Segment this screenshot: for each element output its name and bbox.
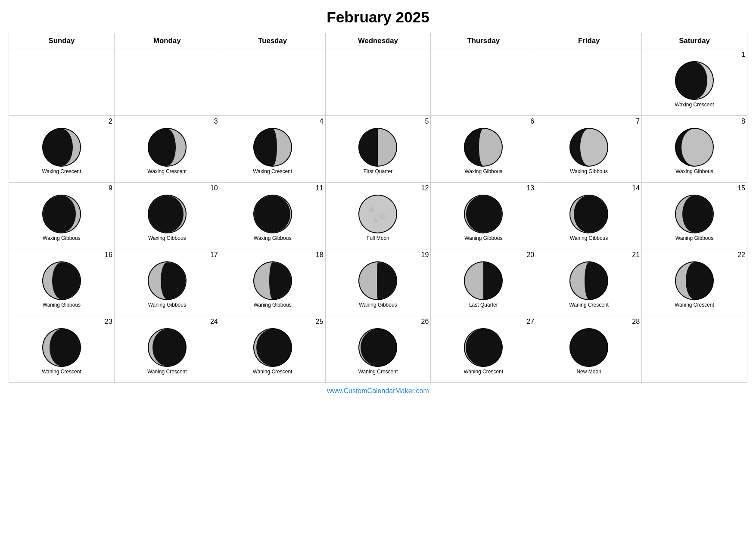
day-number: 1: [644, 51, 745, 59]
moon-phase-label: Waning Crescent: [42, 369, 81, 375]
moon-image: [253, 195, 292, 233]
calendar-cell: [9, 49, 115, 116]
day-number: 23: [11, 318, 112, 326]
calendar-cell: 16Waning Gibbous: [9, 249, 115, 316]
moon-phase-container: Waxing Crescent: [116, 127, 218, 190]
moon-image: [569, 195, 608, 233]
moon-image: [569, 261, 608, 300]
calendar-cell: 23Waning Crescent: [9, 316, 115, 383]
moon-phase-label: Waxing Crescent: [147, 168, 187, 174]
moon-phase-container: Waxing Gibbous: [116, 194, 218, 257]
moon-phase-container: Waning Gibbous: [644, 194, 745, 257]
calendar-cell: 14Waning Gibbous: [536, 183, 642, 249]
day-number: 8: [644, 118, 745, 125]
moon-phase-label: Waxing Gibbous: [43, 235, 81, 241]
moon-phase-label: Waxing Crescent: [675, 102, 714, 108]
moon-image: [464, 328, 503, 367]
moon-phase-label: Waning Crescent: [147, 369, 187, 375]
calendar-cell: 20Last Quarter: [431, 249, 536, 316]
moon-phase-label: Waning Crescent: [675, 302, 714, 308]
page-title: February 2025: [9, 9, 747, 26]
moon-phase-label: Waning Gibbous: [464, 235, 502, 241]
calendar-cell: 1Waxing Crescent: [642, 49, 747, 116]
calendar-cell: 11Waxing Gibbous: [220, 183, 325, 249]
moon-image: [148, 128, 187, 167]
moon-phase-container: Waning Crescent: [116, 327, 218, 390]
svg-point-16: [369, 207, 374, 212]
day-number: 20: [432, 251, 534, 259]
day-number: 13: [432, 184, 534, 192]
moon-image: [675, 61, 714, 100]
day-number: 22: [644, 251, 745, 259]
moon-phase-label: Last Quarter: [469, 302, 498, 308]
moon-phase-label: Waning Gibbous: [148, 302, 186, 308]
moon-phase-container: Waning Crescent: [538, 261, 640, 323]
moon-phase-container: Waxing Crescent: [644, 60, 745, 123]
moon-phase-container: Waning Crescent: [327, 327, 429, 390]
weekday-header: Thursday: [431, 33, 536, 49]
moon-phase-label: New Moon: [576, 369, 601, 375]
moon-phase-container: Waxing Crescent: [222, 127, 324, 190]
moon-phase-container: Waxing Gibbous: [222, 194, 324, 257]
calendar-cell: 26Waning Crescent: [325, 316, 431, 383]
moon-phase-label: Waxing Crescent: [42, 168, 81, 174]
calendar-cell: 9Waxing Gibbous: [9, 183, 115, 249]
moon-phase-label: Waning Gibbous: [43, 302, 81, 308]
day-number: 12: [327, 184, 429, 192]
moon-phase-label: Waxing Gibbous: [464, 168, 502, 174]
calendar-cell: 5First Quarter: [325, 116, 431, 183]
moon-image: [358, 328, 397, 367]
moon-phase-container: Waning Gibbous: [538, 194, 640, 257]
moon-phase-container: Waxing Gibbous: [644, 127, 745, 190]
weekday-header: Monday: [114, 33, 220, 49]
calendar-cell: 27Waning Crescent: [431, 316, 536, 383]
weekday-header: Sunday: [9, 33, 115, 49]
day-number: 2: [11, 118, 112, 125]
moon-image: [148, 328, 187, 367]
moon-image: [569, 128, 608, 167]
moon-phase-label: Waning Gibbous: [675, 235, 713, 241]
moon-image: [675, 128, 714, 167]
calendar-cell: [220, 49, 325, 116]
calendar-cell: 8Waxing Gibbous: [642, 116, 747, 183]
moon-phase-label: Waxing Gibbous: [570, 168, 608, 174]
calendar-cell: 24Waning Crescent: [114, 316, 220, 383]
day-number: 24: [116, 318, 218, 326]
moon-image: [675, 261, 714, 300]
moon-image: [358, 261, 397, 300]
calendar-cell: 3Waxing Crescent: [114, 116, 220, 183]
day-number: 7: [538, 118, 640, 125]
moon-phase-container: Last Quarter: [432, 261, 534, 323]
moon-phase-label: Waxing Crescent: [253, 168, 292, 174]
calendar-cell: 12Full Moon: [325, 183, 431, 249]
calendar-cell: 22Waning Crescent: [642, 249, 747, 316]
calendar-cell: 19Waning Gibbous: [325, 249, 431, 316]
moon-phase-container: Waning Crescent: [644, 261, 745, 323]
weekday-header: Wednesday: [325, 33, 431, 49]
calendar-cell: [431, 49, 536, 116]
day-number: 19: [327, 251, 429, 259]
moon-image: [148, 261, 187, 300]
moon-phase-container: Waning Gibbous: [432, 194, 534, 257]
moon-phase-label: Waning Gibbous: [253, 302, 291, 308]
day-number: 14: [538, 184, 640, 192]
moon-image: [675, 195, 714, 233]
moon-phase-label: Full Moon: [367, 235, 389, 241]
calendar-cell: 2Waxing Crescent: [9, 116, 115, 183]
moon-image: [464, 128, 503, 167]
day-number: 9: [11, 184, 112, 192]
svg-point-15: [359, 196, 396, 233]
moon-phase-container: Waning Gibbous: [11, 261, 112, 323]
calendar-cell: 25Waning Crescent: [220, 316, 325, 383]
calendar-cell: 17Waning Gibbous: [114, 249, 220, 316]
moon-phase-container: Waning Gibbous: [327, 261, 429, 323]
moon-phase-label: First Quarter: [364, 168, 392, 174]
moon-phase-label: Waxing Gibbous: [675, 168, 713, 174]
moon-phase-container: Waxing Gibbous: [538, 127, 640, 190]
moon-phase-container: Waning Crescent: [432, 327, 534, 390]
moon-image: [42, 195, 81, 233]
moon-phase-container: Waning Gibbous: [116, 261, 218, 323]
moon-image: [358, 195, 397, 233]
moon-image: [358, 128, 397, 167]
moon-phase-label: Waning Gibbous: [570, 235, 608, 241]
